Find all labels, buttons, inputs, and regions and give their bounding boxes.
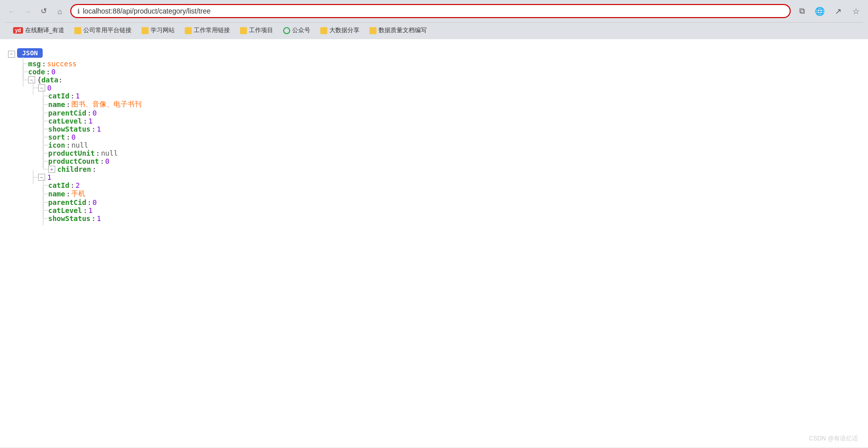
catlevel-value-0: 1 xyxy=(88,117,92,125)
bookmark-gongzhonghao-label: 公众号 xyxy=(292,26,310,35)
catlevel-key-0: catLevel xyxy=(48,117,82,125)
data-row: − { data : xyxy=(8,76,860,84)
catid-row-1: catId : 2 xyxy=(8,181,860,189)
translate-button[interactable]: 🌐 xyxy=(813,4,827,18)
name-value-0: 图书、音像、电子书刊 xyxy=(71,100,142,109)
showstatus-value-0: 1 xyxy=(97,125,101,133)
showstatus-key-0: showStatus xyxy=(48,125,90,133)
bookmark-work-links[interactable]: 工作常用链接 xyxy=(181,25,234,36)
showstatus-row-0: showStatus : 1 xyxy=(8,125,860,133)
msg-value: success xyxy=(47,60,77,68)
bookmark-gongzhonghao[interactable]: 公众号 xyxy=(279,25,314,36)
bookmark-folder-icon xyxy=(320,27,327,34)
bookmark-study[interactable]: 学习网站 xyxy=(138,25,179,36)
catid-key-1: catId xyxy=(48,181,69,189)
bookmark-dataquality[interactable]: 数据质量文档编写 xyxy=(365,25,431,36)
bookmark-bigdata-label: 大数据分享 xyxy=(329,26,359,35)
address-input[interactable] xyxy=(83,7,784,15)
children-key-0: children xyxy=(57,165,91,173)
name-key-0: name xyxy=(48,100,65,108)
bookmark-yd-label: 在线翻译_有道 xyxy=(25,26,65,35)
parentcid-key-1: parentCid xyxy=(48,198,86,206)
home-button[interactable]: ⌂ xyxy=(53,5,66,18)
bookmark-folder-icon xyxy=(369,27,377,34)
icon-value-0: null xyxy=(71,141,88,149)
productcount-row-0: productCount : 0 xyxy=(8,157,860,165)
productunit-value-0: null xyxy=(101,149,118,157)
name-key-1: name xyxy=(48,190,65,198)
showstatus-row-1: showStatus : 1 xyxy=(8,214,860,222)
bookmark-folder-icon xyxy=(74,27,81,34)
parentcid-key-0: parentCid xyxy=(48,109,86,117)
browser-toolbar: ← → ↺ ⌂ ℹ ⧉ 🌐 ↗ ☆ xyxy=(5,4,863,22)
reload-button[interactable]: ↺ xyxy=(37,5,50,18)
icon-key-0: icon xyxy=(48,141,65,149)
bookmark-work-project-label: 工作项目 xyxy=(249,26,273,35)
parentcid-row-1: parentCid : 0 xyxy=(8,198,860,206)
yd-logo-icon: yd xyxy=(13,27,23,34)
json-viewer: − JSON msg : success code xyxy=(0,44,868,227)
children-collapse-button-0[interactable]: + xyxy=(48,166,55,173)
browser-chrome: ← → ↺ ⌂ ℹ ⧉ 🌐 ↗ ☆ yd 在线翻译_有道 公司常用平台链接 学习… xyxy=(0,0,868,39)
bookmark-dataquality-label: 数据质量文档编写 xyxy=(379,26,427,35)
bookmark-star-button[interactable]: ☆ xyxy=(849,4,863,18)
bookmark-company[interactable]: 公司常用平台链接 xyxy=(70,25,136,36)
forward-button[interactable]: → xyxy=(21,5,34,18)
bookmark-folder-icon xyxy=(142,27,149,34)
data-key: data xyxy=(41,76,58,84)
showstatus-value-1: 1 xyxy=(97,214,101,222)
catid-key: catId xyxy=(48,92,69,100)
parentcid-value-0: 0 xyxy=(92,109,96,117)
bookmark-work-links-label: 工作常用链接 xyxy=(194,26,230,35)
bookmark-study-label: 学习网站 xyxy=(151,26,175,35)
address-bar[interactable]: ℹ xyxy=(70,4,791,18)
parentcid-value-1: 0 xyxy=(92,198,96,206)
catlevel-key-1: catLevel xyxy=(48,206,82,214)
catlevel-value-1: 1 xyxy=(88,206,92,214)
msg-row: msg : success xyxy=(8,60,860,68)
productunit-row-0: productUnit : null xyxy=(8,149,860,157)
share-button[interactable]: ↗ xyxy=(831,4,845,18)
watermark: CSDN @有语亿话 xyxy=(809,434,858,443)
root-collapse-button[interactable]: − xyxy=(8,51,15,58)
code-value: 0 xyxy=(51,68,55,76)
code-row: code : 0 xyxy=(8,68,860,76)
productunit-key-0: productUnit xyxy=(48,149,95,157)
back-button[interactable]: ← xyxy=(5,5,18,18)
bookmark-company-label: 公司常用平台链接 xyxy=(83,26,132,35)
bookmark-work-project[interactable]: 工作项目 xyxy=(236,25,277,36)
name-value-1: 手机 xyxy=(71,189,85,198)
catid-value: 1 xyxy=(76,92,80,100)
bookmark-folder-icon xyxy=(185,27,192,34)
data-item-0-row: − 0 xyxy=(8,84,860,92)
name-row-1: name : 手机 xyxy=(8,189,860,198)
name-row-0: name : 图书、音像、电子书刊 xyxy=(8,100,860,109)
toolbar-right: ⧉ 🌐 ↗ ☆ xyxy=(795,4,863,18)
bookmark-folder-icon xyxy=(240,27,247,34)
children-row-0: + children : xyxy=(8,165,860,173)
catlevel-row-0: catLevel : 1 xyxy=(8,117,860,125)
page-content: − JSON msg : success code xyxy=(0,39,868,447)
productcount-value-0: 0 xyxy=(105,157,109,165)
nav-buttons: ← → ↺ ⌂ xyxy=(5,5,66,18)
code-key: code xyxy=(28,68,45,76)
sort-value-0: 0 xyxy=(71,133,75,141)
info-icon: ℹ xyxy=(77,8,80,15)
showstatus-key-1: showStatus xyxy=(48,214,90,222)
catid-value-1: 2 xyxy=(76,181,80,189)
icon-row-0: icon : null xyxy=(8,141,860,149)
bookmark-bigdata[interactable]: 大数据分享 xyxy=(316,25,363,36)
parentcid-row-0: parentCid : 0 xyxy=(8,109,860,117)
gongzhonghao-icon xyxy=(283,27,290,34)
productcount-key-0: productCount xyxy=(48,157,99,165)
data-item-1-row: − 1 xyxy=(8,173,860,181)
bookmarks-bar: yd 在线翻译_有道 公司常用平台链接 学习网站 工作常用链接 工作项目 公众号… xyxy=(5,22,863,39)
bookmark-yd[interactable]: yd 在线翻译_有道 xyxy=(9,25,68,36)
sort-key-0: sort xyxy=(48,133,65,141)
msg-key: msg xyxy=(28,60,41,68)
catid-row: catId : 1 xyxy=(8,92,860,100)
catlevel-row-1: catLevel : 1 xyxy=(8,206,860,214)
new-tab-button[interactable]: ⧉ xyxy=(795,4,809,18)
json-root-row: − JSON xyxy=(8,48,860,60)
sort-row-0: sort : 0 xyxy=(8,133,860,141)
